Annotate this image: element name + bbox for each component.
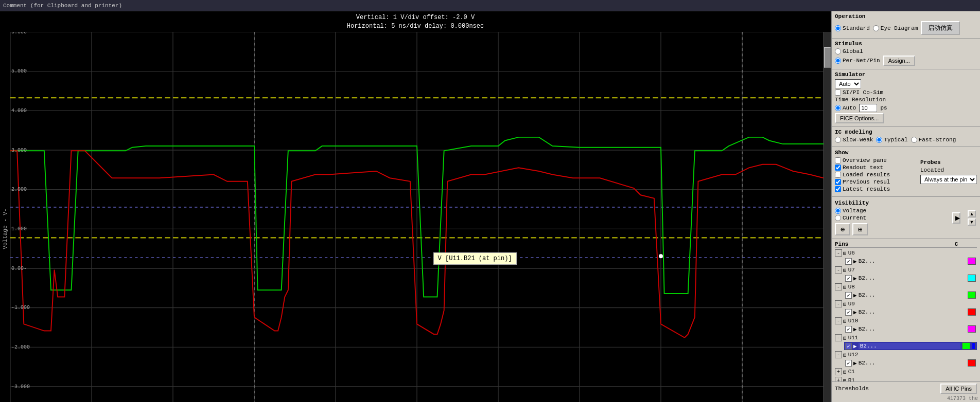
pin-item-u6-b2: ✓ ▶ B2...	[844, 257, 977, 265]
pin-u11-color-scroll[interactable]	[972, 342, 976, 350]
pins-panel: Pins C - ⊞ U6 ✓ ▶ B2...	[832, 239, 980, 381]
pin-u7-checkbox[interactable]: ✓	[845, 275, 852, 282]
pin-group-u11-toggle[interactable]: -	[835, 334, 842, 341]
pin-group-u9: - ⊞ U9 ✓ ▶ B2...	[835, 300, 977, 316]
standard-radio[interactable]	[835, 25, 841, 31]
pin-group-u7-toggle[interactable]: -	[835, 266, 842, 273]
latest-results-checkbox[interactable]	[835, 186, 841, 192]
pin-group-u10-header[interactable]: - ⊞ U10	[835, 317, 977, 325]
fast-strong-radio[interactable]	[911, 137, 917, 143]
standard-radio-label[interactable]: Standard	[835, 25, 870, 31]
expand-arrow-button[interactable]: ▶	[952, 212, 960, 224]
pin-group-u8-icon: ⊞	[843, 284, 847, 290]
slow-weak-radio[interactable]	[835, 137, 841, 143]
pin-u8-checkbox[interactable]: ✓	[845, 292, 852, 299]
pin-group-u8: - ⊞ U8 ✓ ▶ B2...	[835, 283, 977, 299]
visibility-title: Visibility	[835, 200, 946, 206]
global-radio-label[interactable]: Global	[835, 48, 863, 54]
pin-group-u12-label: U12	[848, 352, 859, 358]
auto-time-radio-label[interactable]: Auto	[835, 105, 856, 111]
per-net-radio[interactable]	[835, 58, 841, 64]
pin-u12-checkbox[interactable]: ✓	[845, 360, 852, 367]
zoom-in-button[interactable]: ⊕	[835, 223, 850, 235]
previous-results-checkbox[interactable]	[835, 179, 841, 185]
pin-u7-color[interactable]	[968, 275, 976, 282]
pin-group-u7-header[interactable]: - ⊞ U7	[835, 266, 977, 274]
pin-group-c1-header[interactable]: + ⊞ C1	[835, 368, 977, 376]
probes-select[interactable]: Always at the pin	[920, 175, 977, 184]
loaded-results-checkbox[interactable]	[835, 172, 841, 178]
fast-strong-label[interactable]: Fast-Strong	[911, 137, 956, 143]
pin-u11-checkbox[interactable]: ✓	[845, 343, 852, 350]
readout-text-label[interactable]: Readout text	[835, 165, 883, 171]
pin-group-u12-header[interactable]: - ⊞ U12	[835, 351, 977, 359]
pin-group-u12-toggle[interactable]: -	[835, 351, 842, 358]
si-pi-checkbox[interactable]	[835, 89, 841, 96]
voltage-radio[interactable]	[835, 208, 841, 214]
per-net-radio-label[interactable]: Per-Net/Pin	[835, 58, 880, 64]
assign-button[interactable]: Assign...	[883, 56, 915, 66]
vertical-scrollbar[interactable]	[824, 32, 831, 402]
pin-group-u6-toggle[interactable]: -	[835, 249, 842, 257]
pin-u10-color[interactable]	[968, 325, 976, 333]
pin-u10-checkbox[interactable]: ✓	[845, 326, 852, 333]
typical-radio[interactable]	[876, 137, 882, 143]
eye-diagram-radio-label[interactable]: Eye Diagram	[873, 25, 918, 31]
pin-group-u11-header[interactable]: - ⊞ U11	[835, 334, 977, 342]
pin-u9-checkbox[interactable]: ✓	[845, 309, 852, 316]
pin-u8-color[interactable]	[968, 291, 976, 299]
readout-text-checkbox[interactable]	[835, 165, 841, 171]
scroll-up-button[interactable]: ▲	[968, 210, 976, 217]
typical-label[interactable]: Typical	[876, 137, 907, 143]
pin-group-r1-toggle[interactable]: +	[835, 377, 842, 381]
simulator-select[interactable]: Auto	[835, 79, 861, 88]
si-pi-label[interactable]: SI/PI Co-Sim	[835, 89, 883, 96]
comment-label: Comment (for Clipboard and printer)	[3, 3, 122, 9]
voltage-radio-label[interactable]: Voltage	[835, 208, 866, 214]
pin-u8-arrow-icon: ▶	[853, 292, 857, 299]
slow-weak-text: Slow-Weak	[843, 137, 873, 143]
pin-u11-color-green[interactable]	[962, 342, 970, 350]
auto-time-radio[interactable]	[835, 105, 841, 111]
overview-pane-checkbox[interactable]	[835, 157, 841, 163]
loaded-results-label[interactable]: Loaded results	[835, 172, 890, 178]
pin-item-u11-b2: ✓ ▶ B2...	[844, 342, 977, 350]
top-bar: Comment (for Clipboard and printer)	[0, 0, 980, 11]
pin-u6-color[interactable]	[968, 258, 976, 265]
pin-group-c1-toggle[interactable]: +	[835, 368, 842, 375]
all-ic-pins-button[interactable]: All IC Pins	[940, 383, 977, 394]
main-area: Vertical: 1 V/div offset: -2.0 V Horizon…	[0, 11, 980, 402]
pin-group-r1-header[interactable]: + ⊞ R1	[835, 376, 977, 381]
previous-results-label[interactable]: Previous resul	[835, 179, 890, 185]
loaded-results-text: Loaded results	[843, 172, 890, 178]
fice-button[interactable]: FICE Options...	[835, 113, 884, 123]
pin-group-u6-header[interactable]: - ⊞ U6	[835, 249, 977, 257]
pin-group-u9-header[interactable]: - ⊞ U9	[835, 300, 977, 308]
pin-group-u7: - ⊞ U7 ✓ ▶ B2...	[835, 266, 977, 282]
pin-u10-arrow-icon: ▶	[853, 326, 857, 333]
pin-u6-checkbox[interactable]: ✓	[845, 258, 852, 265]
chart-container[interactable]: V [U11.B21 (at pin)] 6.0005.0004.0003.00…	[10, 32, 824, 402]
eye-diagram-radio[interactable]	[873, 25, 879, 31]
start-button[interactable]: 启动仿真	[921, 21, 960, 35]
pin-group-u8-header[interactable]: - ⊞ U8	[835, 283, 977, 291]
latest-results-label[interactable]: Latest results	[835, 186, 890, 192]
pin-group-u9-toggle[interactable]: -	[835, 300, 842, 307]
global-radio[interactable]	[835, 48, 841, 54]
overview-pane-label[interactable]: Overview pane	[835, 157, 887, 163]
pin-u9-color[interactable]	[968, 308, 976, 316]
zoom-fit-button[interactable]: ⊞	[852, 223, 868, 235]
pin-group-u9-icon: ⊞	[843, 301, 847, 307]
slow-weak-label[interactable]: Slow-Weak	[835, 137, 873, 143]
watermark-text: 417373 the	[947, 396, 978, 401]
pin-group-u10-toggle[interactable]: -	[835, 317, 842, 324]
pin-u12-color[interactable]	[968, 359, 976, 367]
current-radio[interactable]	[835, 215, 841, 221]
pin-group-c1: + ⊞ C1	[835, 368, 977, 376]
scroll-down-button[interactable]: ▼	[968, 218, 976, 226]
current-radio-label[interactable]: Current	[835, 215, 866, 221]
time-value-input[interactable]	[859, 104, 877, 112]
y-tick-2: 4.000	[11, 107, 27, 113]
pin-group-u8-toggle[interactable]: -	[835, 283, 842, 290]
y-tick-8: -2.000	[11, 344, 30, 350]
